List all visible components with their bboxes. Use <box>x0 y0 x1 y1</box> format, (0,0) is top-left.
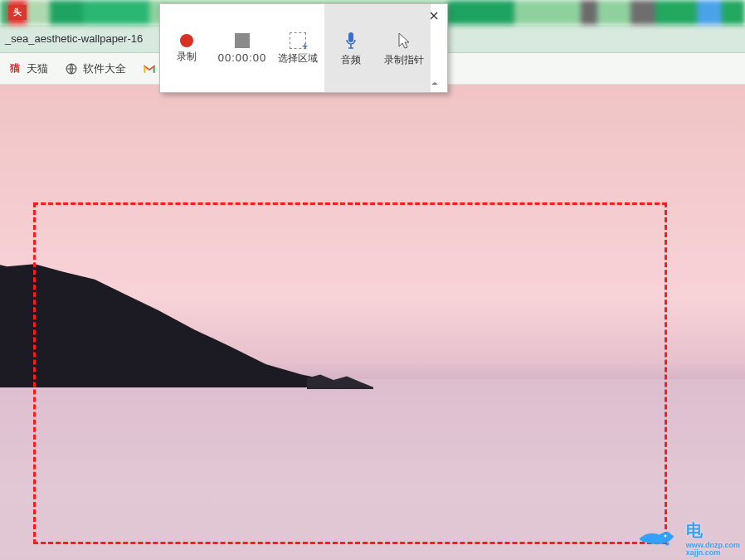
pin-button[interactable] <box>429 77 441 89</box>
select-area-icon <box>290 32 306 49</box>
record-pointer-button[interactable]: 录制指针 <box>377 4 431 92</box>
bookmark-tmall[interactable]: 猫 天猫 <box>8 61 48 76</box>
screen-recorder-toolbar[interactable]: 录制 00:00:00 选择区域 音频 录制指针 <box>159 3 448 93</box>
page-content <box>0 85 745 560</box>
tab-title: _sea_aesthetic-wallpaper-16 <box>5 32 143 45</box>
svg-rect-1 <box>348 32 353 42</box>
svg-point-2 <box>664 535 666 538</box>
app-badge-icon: 头 <box>8 5 27 20</box>
shark-icon <box>636 523 683 553</box>
bookmark-software[interactable]: 软件大全 <box>65 61 126 76</box>
bookmark-label: 天猫 <box>27 61 48 76</box>
select-area-button[interactable]: 选择区域 <box>271 4 324 92</box>
record-pointer-label: 录制指针 <box>384 54 424 66</box>
timer-text: 00:00:00 <box>218 51 267 64</box>
globe-icon <box>65 62 78 75</box>
watermark: 电 www.dnzp.com xajjn.com <box>636 519 740 557</box>
microphone-icon <box>343 31 359 51</box>
record-label: 录制 <box>177 51 197 62</box>
bookmark-label: 软件大全 <box>83 61 126 76</box>
timer-display: 00:00:00 <box>213 4 271 92</box>
watermark-alt: xajjn.com <box>686 549 740 557</box>
tmall-icon: 猫 <box>8 62 22 75</box>
audio-button[interactable]: 音频 <box>324 4 377 92</box>
stop-icon <box>235 33 250 48</box>
audio-label: 音频 <box>341 54 361 66</box>
cursor-icon <box>396 31 412 51</box>
gmail-icon <box>143 62 156 75</box>
wallpaper-sea <box>0 379 745 560</box>
watermark-text: 电 <box>686 521 703 539</box>
select-area-label: 选择区域 <box>278 52 318 64</box>
record-icon <box>180 34 193 47</box>
record-button[interactable]: 录制 <box>160 4 213 92</box>
